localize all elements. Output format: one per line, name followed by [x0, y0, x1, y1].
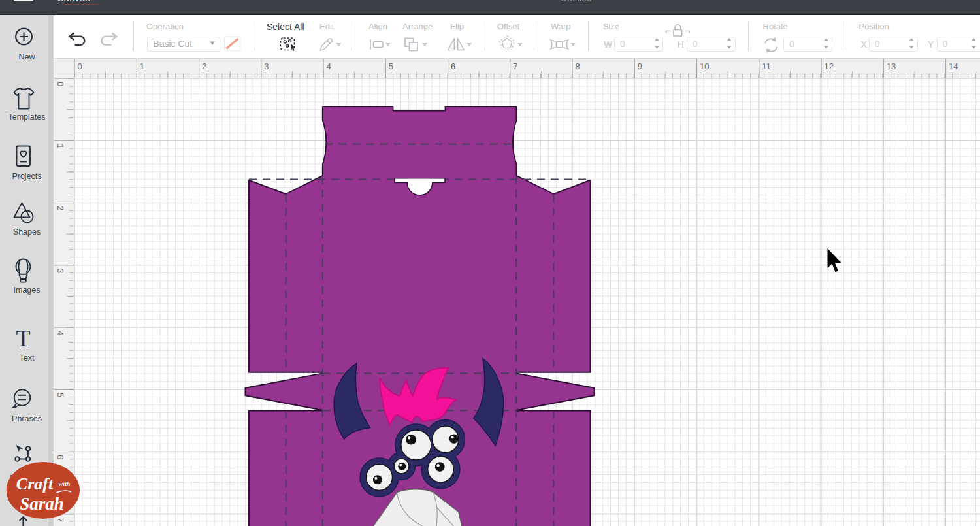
svg-text:Craft: Craft: [16, 474, 54, 493]
svg-text:T: T: [16, 325, 31, 352]
svg-text:with: with: [59, 480, 71, 487]
svg-text:Sarah: Sarah: [20, 494, 64, 514]
